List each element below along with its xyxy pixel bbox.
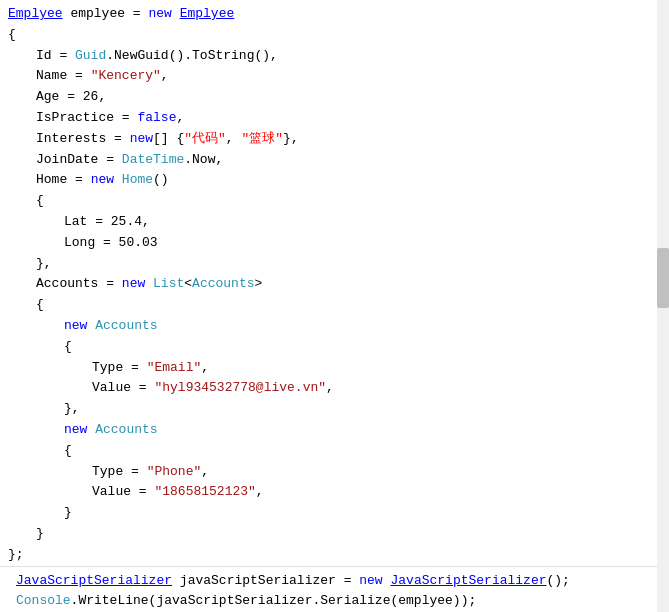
code-token: , (256, 482, 264, 503)
code-token: = (123, 462, 146, 483)
code-token: , (326, 378, 334, 399)
code-token: (); (547, 571, 570, 592)
code-content: Emplyee emplyee = new Emplyee{Id = Guid.… (0, 4, 669, 566)
code-line: Value = "18658152123", (0, 482, 669, 503)
bottom-code-content: JavaScriptSerializer javaScriptSerialize… (8, 571, 661, 612)
code-editor: Emplyee emplyee = new Emplyee{Id = Guid.… (0, 0, 669, 612)
code-line: Type = "Email", (0, 358, 669, 379)
code-token: false (137, 108, 176, 129)
code-token: }, (283, 129, 299, 150)
code-line: } (0, 524, 669, 545)
code-line: } (0, 503, 669, 524)
code-token: { (36, 295, 44, 316)
code-token (383, 571, 391, 592)
code-token: }; (8, 545, 24, 566)
code-token: = (67, 170, 90, 191)
code-token: .Now, (184, 150, 223, 171)
scrollbar-thumb[interactable] (657, 248, 669, 308)
code-token: { (64, 441, 72, 462)
code-token: > (255, 274, 263, 295)
code-token (172, 4, 180, 25)
bottom-code-lines: JavaScriptSerializer javaScriptSerialize… (0, 566, 669, 612)
code-token: Console (16, 591, 71, 612)
code-token: = 50.03 (95, 233, 157, 254)
code-token: { (8, 25, 16, 46)
code-token: "Email" (147, 358, 202, 379)
code-line: new Accounts (0, 420, 669, 441)
code-token: Value (92, 482, 131, 503)
code-token: Accounts (95, 420, 157, 441)
code-token: new (64, 420, 87, 441)
code-token: .NewGuid().ToString(), (106, 46, 278, 67)
code-token (145, 274, 153, 295)
code-token: Home (36, 170, 67, 191)
code-token: "hyl934532778@live.vn" (154, 378, 326, 399)
code-token: javaScriptSerializer = (172, 571, 359, 592)
code-line: { (0, 25, 669, 46)
code-token: new (130, 129, 153, 150)
code-token (87, 316, 95, 337)
code-token: JoinDate (36, 150, 98, 171)
code-token: Value (92, 378, 131, 399)
code-token: new (64, 316, 87, 337)
code-line: }, (0, 399, 669, 420)
code-token[interactable]: JavaScriptSerializer (16, 571, 172, 592)
code-line: Type = "Phone", (0, 462, 669, 483)
code-line: Age = 26, (0, 87, 669, 108)
code-token: , (201, 358, 209, 379)
code-line: }, (0, 254, 669, 275)
code-token: Accounts (36, 274, 98, 295)
code-token: = (52, 46, 75, 67)
code-token: = (131, 482, 154, 503)
code-token: () (153, 170, 169, 191)
code-token: , (161, 66, 169, 87)
code-token: }, (64, 399, 80, 420)
code-token (114, 170, 122, 191)
code-token[interactable]: JavaScriptSerializer (390, 571, 546, 592)
code-token: new (148, 4, 171, 25)
code-token[interactable]: Emplyee (180, 4, 235, 25)
code-token: = (67, 66, 90, 87)
code-token: = (106, 129, 129, 150)
code-line: Home = new Home() (0, 170, 669, 191)
code-token: new (122, 274, 145, 295)
code-line: Emplyee emplyee = new Emplyee (0, 4, 669, 25)
code-token: } (64, 503, 72, 524)
code-token: Age (36, 87, 59, 108)
code-token: new (91, 170, 114, 191)
code-token: IsPractice (36, 108, 114, 129)
code-token: "Phone" (147, 462, 202, 483)
code-token[interactable]: Emplyee (8, 4, 63, 25)
code-token: = (131, 378, 154, 399)
code-token: Type (92, 358, 123, 379)
code-token: = (114, 108, 137, 129)
code-token (87, 420, 95, 441)
code-line: Long = 50.03 (0, 233, 669, 254)
bottom-code-line: JavaScriptSerializer javaScriptSerialize… (8, 571, 661, 592)
code-token: [] { (153, 129, 184, 150)
code-token: { (36, 191, 44, 212)
code-token: "篮球" (241, 129, 283, 150)
code-line: Accounts = new List<Accounts> (0, 274, 669, 295)
code-line: Name = "Kencery", (0, 66, 669, 87)
code-line: Lat = 25.4, (0, 212, 669, 233)
code-token: Type (92, 462, 123, 483)
code-token: = (98, 150, 121, 171)
code-token: , (226, 129, 242, 150)
code-token: Guid (75, 46, 106, 67)
code-token: = (98, 274, 121, 295)
code-token: Lat (64, 212, 87, 233)
code-token: , (176, 108, 184, 129)
code-line: Id = Guid.NewGuid().ToString(), (0, 46, 669, 67)
code-token: List (153, 274, 184, 295)
code-token: Accounts (95, 316, 157, 337)
code-line: { (0, 441, 669, 462)
code-token: "18658152123" (154, 482, 255, 503)
code-token: "代码" (184, 129, 226, 150)
bottom-code-line: Console.WriteLine(javaScriptSerializer.S… (8, 591, 661, 612)
code-token: emplyee = (63, 4, 149, 25)
scrollbar[interactable] (657, 0, 669, 612)
code-token: .WriteLine(javaScriptSerializer.Serializ… (71, 591, 477, 612)
code-token: }, (36, 254, 52, 275)
code-token: = (123, 358, 146, 379)
